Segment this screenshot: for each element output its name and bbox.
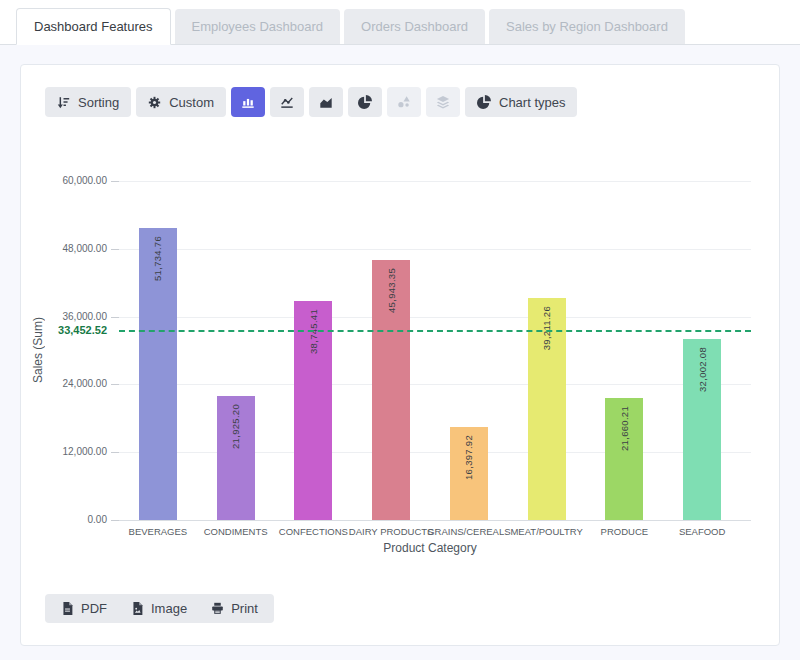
bar-value-label-wrap: 21,660.21 (605, 398, 643, 520)
dashboard-tabbar: Dashboard Features Employees Dashboard O… (0, 0, 800, 45)
y-tick-mark (111, 452, 119, 453)
line-chart-type-button[interactable] (270, 87, 304, 117)
gridline (119, 452, 751, 453)
x-category-label: SEAFOOD (679, 526, 725, 537)
x-category-label: GRAINS/CEREALS (427, 526, 510, 537)
bar-value-label-wrap: 45,943.35 (372, 260, 410, 520)
bubble-chart-type-button[interactable] (387, 87, 421, 117)
stacked-chart-icon (436, 95, 450, 109)
line-chart-icon (280, 95, 294, 109)
export-bar: PDF Image (45, 594, 274, 623)
x-category-label: DAIRY PRODUCTS (349, 526, 434, 537)
bar-value-label: 21,925.20 (230, 404, 241, 449)
bar-chart-icon (241, 95, 255, 109)
tab-dashboard-features[interactable]: Dashboard Features (16, 8, 171, 45)
sorting-button[interactable]: Sorting (45, 87, 131, 117)
gridline (119, 384, 751, 385)
bar-value-label-wrap: 16,397.92 (450, 427, 488, 520)
y-tick-label: 36,000.00 (45, 311, 107, 322)
bar-value-label-wrap: 51,734.76 (139, 228, 177, 520)
y-tick-label: 24,000.00 (45, 378, 107, 389)
export-image-button[interactable]: Image (131, 601, 187, 616)
plot-area: 0.0012,000.0024,000.0036,000.0048,000.00… (45, 117, 755, 577)
sort-amount-icon (57, 96, 70, 109)
bar-value-label: 39,211.26 (541, 306, 552, 350)
x-category-label: MEAT/POULTRY (510, 526, 582, 537)
x-category-label: BEVERAGES (129, 526, 188, 537)
bar-value-label-wrap: 38,745.41 (294, 301, 332, 520)
x-axis-title: Product Category (383, 541, 476, 555)
x-category-label: CONFECTIONS (279, 526, 348, 537)
bar-value-label: 32,002.08 (697, 347, 708, 392)
tab-sales-by-region-dashboard[interactable]: Sales by Region Dashboard (489, 9, 685, 44)
stacked-chart-type-button[interactable] (426, 87, 460, 117)
gear-icon (148, 96, 161, 109)
y-tick-label: 48,000.00 (45, 243, 107, 254)
bar-value-label: 21,660.21 (619, 406, 630, 451)
chart-types-button-label: Chart types (499, 95, 565, 110)
x-category-label: CONDIMENTS (204, 526, 268, 537)
area-chart-type-button[interactable] (309, 87, 343, 117)
y-axis-title-wrap: Sales (Sum) (31, 181, 45, 520)
file-pdf-icon (61, 602, 74, 615)
chart-types-button[interactable]: Chart types (465, 87, 577, 117)
y-tick-label: 12,000.00 (45, 446, 107, 457)
gridline (119, 317, 751, 318)
bar-value-label: 45,943.35 (386, 268, 397, 313)
bar-value-label: 16,397.92 (463, 435, 474, 480)
x-category-label: PRODUCE (601, 526, 649, 537)
bar-value-label-wrap: 32,002.08 (683, 339, 721, 520)
gridline (119, 249, 751, 250)
area-chart-icon (319, 95, 333, 109)
bubble-chart-icon (397, 95, 411, 109)
y-tick-mark (111, 181, 119, 182)
dashboard-card: Sorting Custom (20, 64, 780, 646)
tab-orders-dashboard[interactable]: Orders Dashboard (344, 9, 485, 44)
sorting-button-label: Sorting (78, 95, 119, 110)
pie-chart-type-button[interactable] (348, 87, 382, 117)
file-image-icon (131, 602, 144, 615)
export-pdf-button[interactable]: PDF (61, 601, 107, 616)
custom-button-label: Custom (169, 95, 214, 110)
y-tick-mark (111, 384, 119, 385)
y-tick-mark (111, 317, 119, 318)
y-tick-label: 60,000.00 (45, 175, 107, 186)
chart-toolbar: Sorting Custom (45, 87, 755, 117)
y-tick-mark (111, 249, 119, 250)
pie-chart-icon (358, 95, 372, 109)
gridline (119, 520, 751, 521)
export-image-label: Image (151, 601, 187, 616)
bar-value-label: 51,734.76 (152, 236, 163, 281)
bar-value-label-wrap: 21,925.20 (217, 396, 255, 520)
y-axis-title: Sales (Sum) (31, 317, 45, 383)
print-button[interactable]: Print (211, 601, 258, 616)
tab-employees-dashboard[interactable]: Employees Dashboard (175, 9, 341, 44)
custom-button[interactable]: Custom (136, 87, 226, 117)
y-tick-label: 0.00 (45, 514, 107, 525)
average-reference-label: 33,452.52 (45, 324, 107, 336)
average-reference-line (119, 330, 751, 332)
export-pdf-label: PDF (81, 601, 107, 616)
print-button-label: Print (231, 601, 258, 616)
y-tick-mark (111, 520, 119, 521)
bar-chart-type-button[interactable] (231, 87, 265, 117)
bar-chart: 0.0012,000.0024,000.0036,000.0048,000.00… (45, 117, 755, 577)
gridline (119, 181, 751, 182)
pie-chart-icon (477, 95, 491, 109)
print-icon (211, 602, 224, 615)
